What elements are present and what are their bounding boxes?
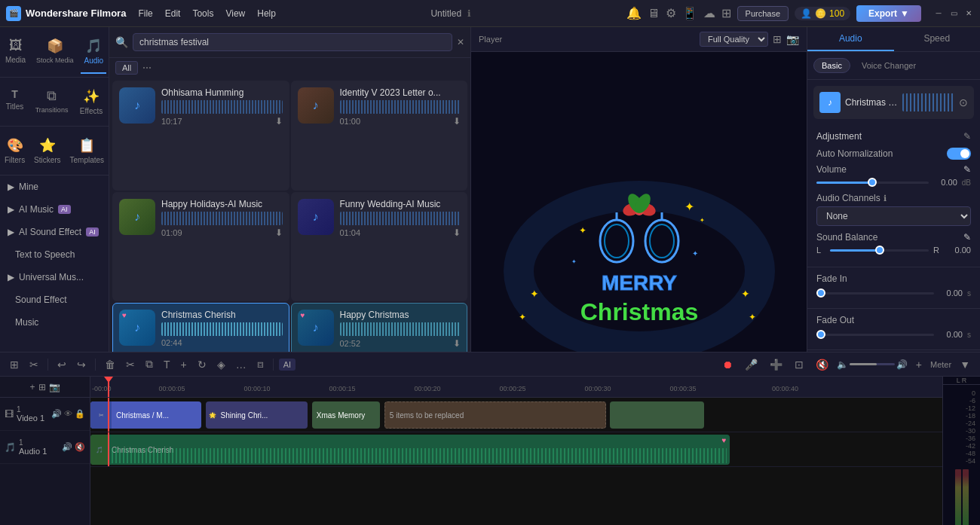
- download-icon-4[interactable]: ⬇: [453, 227, 461, 238]
- adjustment-edit-icon[interactable]: ✎: [963, 131, 971, 142]
- clip-placeholder[interactable]: 5 items to be replaced: [384, 401, 606, 429]
- audio-item-1[interactable]: ♪ Ohhisama Humming 10:17 ⬇: [112, 81, 289, 191]
- voice-record-btn[interactable]: 🎤: [741, 356, 761, 373]
- fade-in-slider[interactable]: [816, 292, 934, 295]
- more-tl-btn[interactable]: …: [232, 356, 250, 373]
- layout-icon[interactable]: ⊞: [38, 382, 46, 392]
- redo-btn[interactable]: ↪: [73, 356, 90, 373]
- download-icon-1[interactable]: ⬇: [275, 116, 283, 127]
- audio1-volume[interactable]: 🔊: [62, 442, 72, 452]
- sidebar-category-ai-music[interactable]: ▶ AI Music AI: [0, 198, 109, 221]
- meter-settings-btn[interactable]: ▼: [956, 356, 974, 373]
- settings-icon[interactable]: ⚙: [666, 6, 676, 20]
- tab-speed[interactable]: Speed: [894, 27, 981, 51]
- menu-help[interactable]: Help: [257, 8, 276, 19]
- sidebar-category-ai-sound[interactable]: ▶ AI Sound Effect AI: [0, 221, 109, 243]
- maximize-button[interactable]: ▭: [948, 8, 959, 19]
- trim-btn[interactable]: ✂: [26, 356, 42, 373]
- auto-norm-toggle[interactable]: [947, 148, 971, 160]
- window-controls: ─ ▭ ✕: [933, 8, 974, 19]
- subtitle-btn[interactable]: ⊡: [791, 356, 807, 373]
- track-settings-icon[interactable]: ⊙: [959, 96, 968, 108]
- nav-transitions[interactable]: ⧉ Transitions: [32, 81, 72, 123]
- audio-item-4[interactable]: ♪ Funny Wedding-AI Music 01:04 ⬇: [291, 192, 468, 302]
- nav-audio[interactable]: 🎵 Audio: [81, 30, 106, 74]
- cut-tl-btn[interactable]: ✂: [122, 356, 139, 373]
- balance-edit-icon[interactable]: ✎: [963, 232, 971, 243]
- nav-filters[interactable]: 🎨 Filters: [2, 130, 28, 172]
- minimize-button[interactable]: ─: [933, 8, 944, 19]
- nav-effects[interactable]: ✨ Effects: [77, 81, 106, 123]
- sidebar-category-music[interactable]: Music: [0, 311, 109, 334]
- volume-edit-icon[interactable]: ✎: [963, 164, 971, 175]
- camera-icon[interactable]: 📷: [49, 382, 60, 392]
- copy-btn[interactable]: ⧉: [142, 356, 157, 373]
- layout-icon[interactable]: ⊞: [773, 33, 782, 45]
- grid-icon[interactable]: ⊞: [721, 6, 731, 20]
- video1-eye[interactable]: 👁: [64, 409, 72, 419]
- download-icon-2[interactable]: ⬇: [453, 116, 461, 127]
- filter-all-button[interactable]: All: [115, 61, 138, 75]
- nav-titles[interactable]: T Titles: [3, 81, 27, 123]
- track-add-btn[interactable]: ➕: [766, 356, 786, 373]
- menu-tools[interactable]: Tools: [192, 8, 213, 19]
- search-input[interactable]: [133, 33, 452, 51]
- fade-out-slider[interactable]: [816, 334, 934, 336]
- audio-item-3[interactable]: ♪ Happy Holidays-AI Music 01:09 ⬇: [112, 192, 289, 302]
- menu-file[interactable]: File: [138, 8, 152, 19]
- monitor-icon[interactable]: 🖥: [648, 7, 660, 20]
- transition-tl-btn[interactable]: ⧈: [253, 356, 268, 373]
- scene-btn[interactable]: ⊞: [6, 356, 23, 373]
- audio1-mute[interactable]: 🔇: [75, 442, 85, 452]
- clip-audio-cherish[interactable]: 🎵 Christmas Cherish ♥: [90, 435, 730, 465]
- clip-xmas[interactable]: Xmas Memory: [312, 401, 380, 429]
- purchase-button[interactable]: Purchase: [737, 6, 789, 21]
- notif-icon[interactable]: 🔔: [626, 6, 642, 20]
- nav-media[interactable]: 🖼 Media: [2, 30, 29, 74]
- clear-icon[interactable]: ✕: [457, 37, 464, 47]
- download-icon-6[interactable]: ⬇: [453, 338, 461, 349]
- balance-slider[interactable]: [830, 249, 929, 252]
- snapshot-icon[interactable]: 📷: [786, 33, 799, 45]
- audio-item-2[interactable]: ♪ Identity V 2023 Letter o... 01:00 ⬇: [291, 81, 468, 191]
- clip-shining[interactable]: 🌟 Shining Chri...: [206, 401, 308, 429]
- marker-btn[interactable]: ◈: [213, 356, 229, 373]
- delete-btn[interactable]: 🗑: [101, 356, 119, 373]
- sidebar-category-mine[interactable]: ▶ Mine: [0, 176, 109, 198]
- nav-stickers[interactable]: ⭐ Stickers: [31, 130, 64, 172]
- phone-icon[interactable]: 📱: [682, 6, 697, 20]
- sidebar-category-universal[interactable]: ▶ Universal Mus...: [0, 266, 109, 288]
- subtab-basic[interactable]: Basic: [813, 58, 850, 73]
- clip-last[interactable]: [610, 401, 703, 429]
- video1-volume[interactable]: 🔊: [51, 409, 62, 419]
- video1-lock[interactable]: 🔒: [75, 409, 85, 419]
- sidebar-category-tts[interactable]: Text to Speech: [0, 243, 109, 266]
- export-button[interactable]: Export ▼: [856, 5, 921, 22]
- snap-btn[interactable]: 🔇: [812, 356, 832, 373]
- text-tl-btn[interactable]: T: [160, 356, 174, 373]
- undo-btn[interactable]: ↩: [54, 356, 70, 373]
- volume-slider[interactable]: [816, 182, 929, 184]
- download-icon-3[interactable]: ⬇: [275, 227, 283, 238]
- add-track-icon[interactable]: +: [29, 382, 35, 392]
- sidebar-category-sound-effect[interactable]: Sound Effect: [0, 288, 109, 311]
- quality-select[interactable]: Full Quality Half Quality: [700, 32, 768, 47]
- channels-select[interactable]: None Stereo Mono Left Mono Right: [816, 206, 971, 226]
- record-btn[interactable]: ⏺: [718, 356, 737, 373]
- rotate-btn[interactable]: ↻: [194, 356, 210, 373]
- nav-stock[interactable]: 📦 Stock Media: [33, 30, 77, 74]
- zoom-in-btn[interactable]: +: [912, 356, 926, 373]
- channels-info-icon[interactable]: ℹ: [884, 194, 887, 203]
- more-options-icon[interactable]: ⋯: [142, 63, 152, 73]
- menu-view[interactable]: View: [225, 8, 245, 19]
- close-button[interactable]: ✕: [963, 8, 974, 19]
- menu-edit[interactable]: Edit: [165, 8, 181, 19]
- nav-templates[interactable]: 📋 Templates: [66, 130, 107, 172]
- cloud-icon[interactable]: ☁: [703, 6, 715, 20]
- ai-tl-btn[interactable]: AI: [279, 359, 296, 371]
- master-volume-slider[interactable]: [850, 363, 895, 365]
- timeline-ruler[interactable]: -00:00 00:00:05 00:00:10 00:00:15 00:00:…: [90, 377, 942, 398]
- add-btn[interactable]: +: [177, 356, 191, 373]
- tab-audio[interactable]: Audio: [807, 27, 894, 51]
- subtab-voice-changer[interactable]: Voice Changer: [853, 58, 924, 73]
